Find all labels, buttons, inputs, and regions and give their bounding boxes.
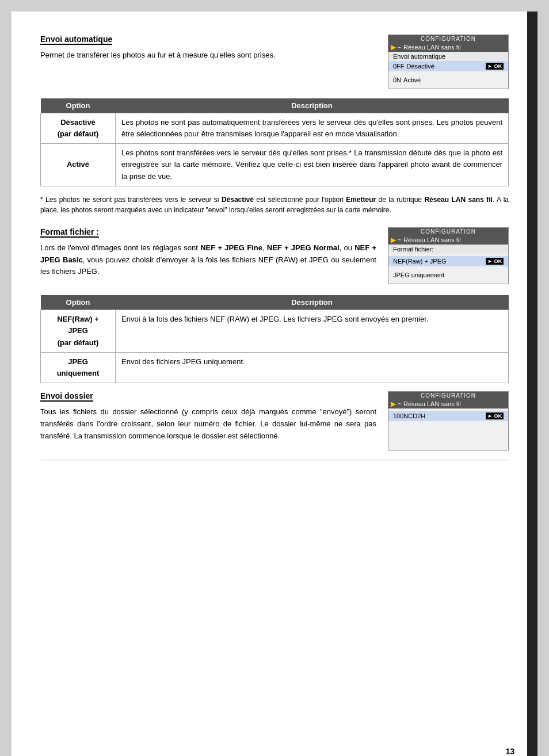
table1-row1-option: Désactivé(par défaut) xyxy=(41,113,116,144)
title-envoi-dossier: Envoi dossier xyxy=(40,391,93,402)
bottom-divider xyxy=(40,460,509,460)
table2-row2-desc: Envoi des fichiers JPEG uniquement. xyxy=(116,352,509,383)
ok-button-1[interactable]: ► OK xyxy=(486,63,504,70)
cam-option-label-on: Activé xyxy=(403,77,421,83)
cam-menu-label-3: Réseau LAN sans fil xyxy=(403,400,461,407)
cam-menu-row-1: ▶ ∼ Réseau LAN sans fil xyxy=(388,43,508,52)
cam-option-label-jpeg: JPEG uniquement xyxy=(393,272,444,278)
section-format-fichier: Format fichier : Lors de l'envoi d'image… xyxy=(40,227,509,286)
wifi-icon-1: ∼ xyxy=(397,44,402,51)
cam-config-header-1: CONFIGURATION xyxy=(388,35,508,43)
body-envoi-dossier: Tous les fichiers du dossier sélectionné… xyxy=(40,406,376,442)
cam-option-row-off: 0FF Désactivé ► OK xyxy=(388,61,508,71)
cam-option-row-on: 0N Activé xyxy=(388,75,508,85)
table-row: Désactivé(par défaut) Les photos ne sont… xyxy=(41,113,509,144)
table1-header-option: Option xyxy=(41,98,116,113)
table-row: JPEGuniquement Envoi des fichiers JPEG u… xyxy=(41,352,509,383)
table-row: Activé Les photos sont transférées vers … xyxy=(41,144,509,186)
cam-option-label-folder: 100NCD2H xyxy=(393,413,425,419)
arrow-icon-2: ▶ xyxy=(391,236,396,244)
cam-panel-envoi-dossier: CONFIGURATION ▶ ∼ Réseau LAN sans fil 10… xyxy=(388,391,509,450)
cam-option-jpeg-only: JPEG uniquement xyxy=(388,270,508,280)
cam-menu-label-1: Réseau LAN sans fil xyxy=(403,44,461,51)
ok-button-3[interactable]: ► OK xyxy=(486,413,504,419)
cam-panel-format-fichier: CONFIGURATION ▶ ∼ Réseau LAN sans fil Fo… xyxy=(388,227,509,286)
title-envoi-automatique: Envoi automatique xyxy=(40,35,112,45)
ok-button-2[interactable]: ► OK xyxy=(486,258,504,265)
table-envoi-automatique: Option Description Désactivé(par défaut)… xyxy=(40,98,509,186)
table-row: NEF(Raw) + JPEG(par défaut) Envoi à la f… xyxy=(41,310,509,352)
table2-header-desc: Description xyxy=(116,295,509,310)
cam-menu-row-3: ▶ ∼ Réseau LAN sans fil xyxy=(388,399,508,408)
cam-option-label-nef: NEF(Raw) + JPEG xyxy=(393,258,447,265)
table2-row1-desc: Envoi à la fois des fichiers NEF (RAW) e… xyxy=(116,310,509,352)
body-envoi-automatique: Permet de transférer les photos au fur e… xyxy=(40,49,376,62)
section-envoi-dossier: Envoi dossier Tous les fichiers du dossi… xyxy=(40,391,509,450)
table1-header-desc: Description xyxy=(116,98,509,113)
table1-row2-desc: Les photos sont transférées vers le serv… xyxy=(116,144,509,186)
cam-option-code-on: 0N xyxy=(393,77,401,83)
arrow-icon-1: ▶ xyxy=(391,43,396,51)
table2-row1-option: NEF(Raw) + JPEG(par défaut) xyxy=(41,310,116,352)
cam-option-label-off: Désactivé xyxy=(407,63,434,70)
cam-submenu-1: Envoi automatique xyxy=(388,52,508,61)
table-format-fichier: Option Description NEF(Raw) + JPEG(par d… xyxy=(40,295,509,383)
table1-row2-option: Activé xyxy=(41,144,116,186)
body-format-fichier: Lors de l'envoi d'images dont les réglag… xyxy=(40,242,376,278)
right-sidebar-bar xyxy=(527,12,537,756)
wifi-icon-3: ∼ xyxy=(397,400,402,407)
table1-row1-desc: Les photos ne sont pas automatiquement t… xyxy=(116,113,509,144)
cam-menu-row-2: ▶ ∼ Réseau LAN sans fil xyxy=(388,235,508,245)
table2-header-option: Option xyxy=(41,295,116,310)
footnote-envoi-automatique: * Les photos ne seront pas transférées v… xyxy=(40,194,509,216)
cam-panel-envoi-automatique: CONFIGURATION ▶ ∼ Réseau LAN sans fil En… xyxy=(388,35,509,89)
wifi-icon-2: ∼ xyxy=(397,236,402,243)
cam-menu-label-2: Réseau LAN sans fil xyxy=(403,236,461,243)
page: Envoi automatique Permet de transférer l… xyxy=(12,12,537,756)
table2-row2-option: JPEGuniquement xyxy=(41,352,116,383)
cam-option-folder: 100NCD2H ► OK xyxy=(388,411,508,421)
cam-submenu-2: Format fichier: xyxy=(388,245,508,254)
page-number: 13 xyxy=(505,747,514,756)
cam-config-header-3: CONFIGURATION xyxy=(388,392,508,399)
arrow-icon-3: ▶ xyxy=(391,400,396,408)
cam-config-header-2: CONFIGURATION xyxy=(388,228,508,235)
cam-option-nef-jpeg: NEF(Raw) + JPEG ► OK xyxy=(388,256,508,266)
cam-option-code-off: 0FF xyxy=(393,63,405,70)
section-envoi-automatique: Envoi automatique Permet de transférer l… xyxy=(40,35,509,89)
title-format-fichier: Format fichier : xyxy=(40,227,99,238)
